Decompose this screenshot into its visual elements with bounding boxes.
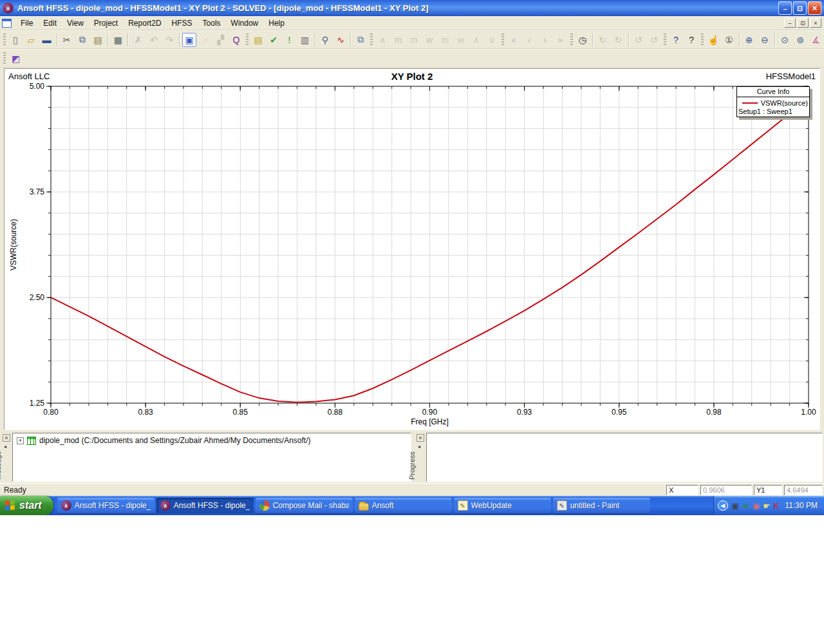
taskbar-button-ansoft-hfss-dipole[interactable]: ∧Ansoft HFSS - dipole_... [156,498,254,513]
y-tick-label: 5.00 [30,82,45,91]
menu-item-report2d[interactable]: Report2D [123,17,166,30]
analyze-icon[interactable]: ! [282,33,296,47]
toolbar-grip[interactable] [501,33,504,46]
solution-data-icon[interactable]: ▥ [298,33,312,47]
solve-distributed-icon[interactable]: ▞ [214,33,228,47]
fit-view-icon[interactable]: ⊚ [793,33,807,47]
trace-peak-icon[interactable]: ∧ [375,33,389,47]
context-help-icon[interactable]: ? [684,33,698,47]
sweep-forward-icon[interactable]: ↻ [595,33,610,47]
progress-close-icon[interactable]: × [417,434,424,442]
sweep-back-icon[interactable]: ↺ [631,33,645,47]
save-icon[interactable]: ▬ [39,33,53,47]
toolbar-grip[interactable] [664,33,666,46]
tray-kaspersky-icon[interactable]: K [774,502,780,510]
restore-button[interactable]: ⊡ [793,1,807,15]
solve-remote-icon[interactable]: ▫ [198,33,212,47]
close-button[interactable]: × [808,1,821,15]
menu-item-edit[interactable]: Edit [38,17,62,30]
nav-next-icon[interactable]: › [538,33,552,47]
toolbar-grip[interactable] [370,33,373,46]
menu-item-project[interactable]: Project [89,17,123,30]
taskbar-button-untitled-paint[interactable]: ✎untitled - Paint [553,498,650,513]
optimetrics-icon[interactable]: ⚲ [318,33,332,47]
zoom-dynamic-icon[interactable]: ① [722,33,736,47]
trace-down-icon[interactable]: ∨ [485,33,499,47]
trace-max2-icon[interactable]: m [407,33,421,47]
tray-alert-icon[interactable]: ◉ [753,502,760,510]
queue-solve-icon[interactable]: Q [229,33,243,47]
taskbar-clock[interactable]: 11:30 PM [785,501,818,510]
mdi-restore-button[interactable]: ⊡ [797,18,809,28]
validate-check-icon[interactable]: ✔ [267,33,281,47]
toolbar-grip[interactable] [3,33,6,46]
tree-row[interactable]: + dipole_mod (C:/Documents and Settings/… [13,433,411,445]
print-icon[interactable]: ▦ [111,33,125,47]
trace-valley-icon[interactable]: w [422,33,436,47]
trace-min-icon[interactable]: m [438,33,452,47]
trace-max-icon[interactable]: m [391,33,406,47]
message-manager-close-icon[interactable]: × [3,434,10,442]
sweep-back-page-icon[interactable]: ↺ [647,33,661,47]
tray-chevron-icon[interactable]: ◀ [718,500,728,511]
mdi-child-icon[interactable] [2,19,12,28]
solve-local-icon[interactable]: ▣ [182,33,196,47]
message-manager-tab-strip[interactable]: × ◂ Message Manager [1,433,12,482]
menu-item-tools[interactable]: Tools [198,17,226,30]
tray-wireless-icon[interactable]: ≋ [742,502,749,510]
legend[interactable]: Curve Info VSWR(source) Setup1 : Sweep1 [736,86,810,117]
sweep-forward-page-icon[interactable]: ↻ [611,33,625,47]
redo-icon[interactable]: ↷ [162,33,176,47]
nav-first-icon[interactable]: « [507,33,521,47]
field-overlays-icon[interactable]: ◩ [8,52,23,66]
mdi-minimize-button[interactable]: – [784,18,796,28]
tray-pointer-icon[interactable]: ☛ [763,502,771,510]
pan-hand-icon[interactable]: ☝ [706,33,720,47]
trace-min2-icon[interactable]: w [453,33,467,47]
tree-expander-icon[interactable]: + [17,437,24,444]
menu-item-window[interactable]: Window [226,17,264,30]
animate-clock-icon[interactable]: ◷ [576,33,590,47]
copy-report-icon[interactable]: ⧉ [353,33,368,47]
toolbar-separator [739,33,740,46]
minimize-button[interactable]: – [778,1,792,15]
menu-item-hfss[interactable]: HFSS [167,17,198,30]
project-tree-item[interactable]: dipole_mod (C:/Documents and Settings/Zu… [39,436,311,445]
trace-up-icon[interactable]: ∧ [469,33,483,47]
undo-icon[interactable]: ↶ [147,33,161,47]
menu-item-file[interactable]: File [15,17,38,30]
progress-tab-strip[interactable]: × ◂ Progress [415,433,426,482]
new-document-icon[interactable]: ▯ [8,33,23,47]
taskbar-button-ansoft[interactable]: Ansoft [355,498,452,513]
start-button[interactable]: start [0,496,53,515]
nav-last-icon[interactable]: » [554,33,568,47]
menu-item-view[interactable]: View [62,17,89,30]
paste-icon[interactable]: ▤ [91,33,105,47]
create-report-icon[interactable]: ∿ [333,33,348,47]
toolbar-grip[interactable] [701,33,704,46]
progress-collapse-arrow-icon[interactable]: ◂ [418,444,420,450]
nav-prev-icon[interactable]: ‹ [522,33,536,47]
open-folder-icon[interactable]: ▱ [24,33,38,47]
toolbar-grip[interactable] [246,33,248,46]
zoom-out-icon[interactable]: ⊖ [758,33,772,47]
taskbar-button-ansoft-hfss-dipole[interactable]: ∧Ansoft HFSS - dipole_... [57,498,154,513]
tray-display-icon[interactable]: ▣ [731,502,739,510]
toolbar-grip[interactable] [570,33,573,46]
help-topics-icon[interactable]: ? [669,33,683,47]
copy-icon[interactable]: ⧉ [75,33,89,47]
validation-doc-icon[interactable]: ▤ [251,33,265,47]
toolbar-grip[interactable] [3,52,6,65]
taskbar-button-webupdate[interactable]: ✎WebUpdate [454,498,551,513]
taskbar-button-compose-mail-shaba[interactable]: Compose Mail - shaba... [256,498,353,513]
menu-item-help[interactable]: Help [263,17,290,30]
axes-icon[interactable]: ∡ [809,33,823,47]
cut-icon[interactable]: ✂ [60,33,74,47]
delete-icon[interactable]: ✗ [131,33,145,47]
zoom-in-icon[interactable]: ⊕ [742,33,756,47]
mdi-close-button[interactable]: × [810,18,821,28]
cursor-y-value: 4.6494 [784,485,823,495]
plot-surface[interactable]: 0.800.830.850.880.900.930.950.981.001.25… [5,69,819,430]
zoom-window-icon[interactable]: ⊙ [778,33,792,47]
message-manager-collapse-arrow-icon[interactable]: ◂ [4,444,6,450]
